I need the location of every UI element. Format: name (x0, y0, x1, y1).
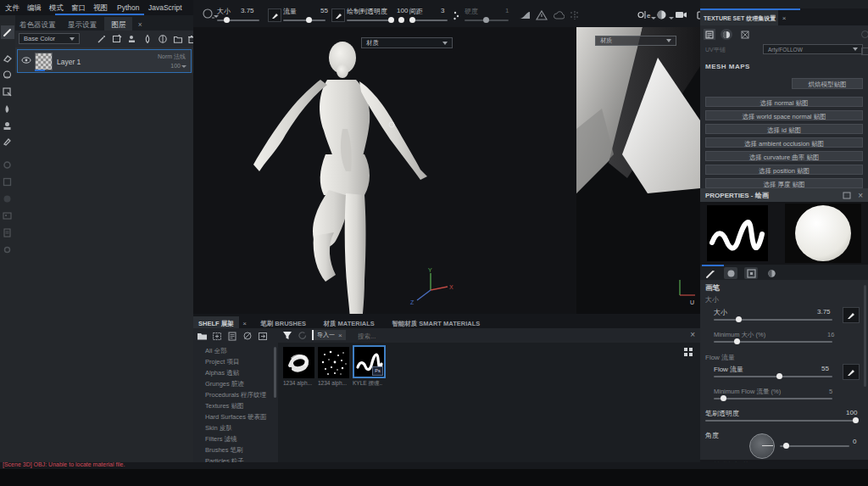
menu-python[interactable]: Python (117, 3, 139, 12)
select-curvature-map-button[interactable]: 选择 curvature 曲率 贴图 (705, 151, 863, 161)
polygon-fill-tool-button[interactable] (2, 87, 13, 98)
angle-value[interactable]: 0 (853, 438, 856, 445)
hide-icon[interactable] (242, 331, 253, 341)
prop-size-pressure-button[interactable] (843, 307, 860, 323)
menu-edit[interactable]: 编辑 (27, 3, 42, 14)
viewport-3d[interactable]: 材质 Y X Z (193, 27, 576, 314)
dock-edge-button-1[interactable] (861, 31, 868, 38)
min-flow-slider[interactable] (714, 398, 832, 399)
wand-icon[interactable] (97, 34, 107, 44)
spacing-value[interactable]: 3 (441, 7, 444, 14)
layer-thumbnail[interactable] (35, 53, 53, 70)
smart-material-icon[interactable] (127, 34, 137, 44)
spacing-slider-handle[interactable] (409, 17, 415, 23)
size-value[interactable]: 3.75 (241, 7, 254, 14)
flow-slider[interactable] (283, 20, 326, 21)
select-ws-normal-map-button[interactable]: 选择 world space normal 贴图 (705, 110, 863, 120)
ts-row-dropdown[interactable]: Arty/FOLLOW (763, 44, 863, 54)
clone-tool-button[interactable] (2, 120, 13, 131)
prop-opacity-value[interactable]: 100 (846, 409, 857, 416)
prop-opacity-slider-handle[interactable] (853, 417, 859, 423)
shelf-category-skin[interactable]: Skin 皮肤 (193, 422, 273, 433)
list-icon[interactable] (227, 331, 238, 341)
flow-slider-handle[interactable] (306, 17, 312, 23)
stroke-opacity-extra-handle[interactable] (398, 17, 404, 23)
eye-icon[interactable] (21, 56, 31, 64)
add-folder-icon[interactable] (212, 331, 223, 341)
ts-icon-doc-button[interactable] (704, 29, 715, 40)
bake-mesh-maps-button[interactable]: 烘焙模型贴图 (792, 78, 863, 89)
subtab-stencil[interactable] (744, 267, 758, 279)
angle-slider[interactable] (780, 445, 849, 447)
stroke-opacity-value[interactable]: 100 (397, 7, 408, 14)
shelf-category-project[interactable]: Project 项目 (193, 356, 273, 367)
properties-close-icon[interactable]: × (858, 191, 863, 200)
angle-dial[interactable] (749, 433, 775, 459)
texture-set-tab-close-icon[interactable]: × (782, 9, 788, 25)
properties-scrollbar[interactable] (864, 285, 866, 387)
eraser-tool-button[interactable] (2, 53, 13, 64)
export-icon[interactable] (258, 331, 269, 341)
size-slider[interactable] (217, 20, 259, 21)
shelf-category-grunges[interactable]: Grunges 脏迹 (193, 378, 273, 389)
grid-view-icon[interactable] (683, 347, 693, 357)
prop-size-slider-handle[interactable] (736, 316, 742, 322)
layer-blend-mode[interactable]: Norm 法线 (158, 53, 186, 61)
tab-texture-set-settings[interactable]: TEXTURE SET 纹理集设置 (700, 9, 778, 26)
shelf-category-textures[interactable]: Textures 贴图 (193, 400, 273, 411)
min-flow-value[interactable]: 5 (829, 388, 832, 395)
min-size-slider-handle[interactable] (734, 338, 740, 344)
min-size-value[interactable]: 16 (827, 331, 834, 338)
shelf-thumb-2[interactable] (318, 347, 349, 378)
filter-bar-close-icon[interactable]: × (690, 330, 695, 339)
select-id-map-button[interactable]: 选择 id 贴图 (705, 124, 863, 134)
select-position-map-button[interactable]: 选择 position 贴图 (705, 165, 863, 175)
size-pressure-button[interactable] (268, 8, 281, 22)
shelf-search-input[interactable] (356, 330, 673, 342)
prop-size-value[interactable]: 3.75 (817, 308, 831, 316)
falloff-curve-icon[interactable] (519, 10, 531, 20)
viewport-material-dropdown[interactable]: 材质 (361, 37, 453, 48)
camera-video-icon[interactable] (675, 10, 688, 20)
shelf-category-all[interactable]: All 全部 (193, 345, 273, 356)
filter-funnel-icon[interactable] (282, 331, 292, 340)
shelf-category-filters[interactable]: Filters 滤镜 (193, 433, 273, 444)
stroke-opacity-slider-handle[interactable] (388, 17, 394, 23)
brush-preview-icon[interactable] (202, 8, 215, 20)
subtab-alpha[interactable] (724, 267, 737, 279)
stroke-preview[interactable] (707, 205, 768, 261)
dock-edge-button-2[interactable] (861, 47, 868, 55)
select-ao-map-button[interactable]: 选择 ambient occlusion 贴图 (705, 137, 863, 148)
min-flow-slider-handle[interactable] (721, 395, 726, 401)
size-slider-handle[interactable] (224, 17, 230, 23)
prop-size-slider[interactable] (714, 319, 832, 321)
subtab-material[interactable] (765, 267, 778, 279)
display-mode-icon[interactable] (656, 9, 668, 20)
picker-tool-button[interactable] (2, 136, 13, 147)
stroke-opacity-slider[interactable] (347, 20, 393, 21)
chip-close-icon[interactable]: × (338, 332, 342, 339)
prop-flow-value[interactable]: 55 (821, 365, 829, 372)
float-window-icon[interactable] (843, 192, 851, 199)
projection-tool-button[interactable] (2, 70, 13, 81)
prop-flow-pressure-button[interactable] (843, 364, 860, 380)
channel-dropdown[interactable]: Base Color (19, 33, 80, 44)
add-content-icon[interactable] (112, 34, 122, 44)
shelf-category-procedurals[interactable]: Procedurals 程序纹理 (193, 389, 273, 400)
layer-opacity-chevron-icon[interactable] (181, 65, 186, 68)
menu-mode[interactable]: 模式 (49, 3, 64, 14)
prop-flow-slider[interactable] (714, 376, 832, 377)
jitter-dots-icon[interactable] (453, 10, 461, 20)
layer-opacity[interactable]: 100 (170, 63, 181, 69)
shelf-thumb-3-selected[interactable]: Ps (353, 345, 386, 378)
ts-icon-sphere-button[interactable] (721, 29, 732, 40)
viewport-2d[interactable]: 材质 U (576, 27, 700, 314)
ts-icon-checker-button[interactable] (739, 29, 751, 40)
folder-icon[interactable] (173, 34, 183, 44)
folder-icon[interactable] (197, 331, 208, 341)
angle-slider-handle[interactable] (783, 443, 789, 449)
display-mode-chevron-icon[interactable] (669, 17, 674, 20)
menu-javascript[interactable]: JavaScript (148, 3, 182, 12)
shelf-category-brushes[interactable]: Brushes 笔刷 (193, 444, 273, 455)
select-normal-map-button[interactable]: 选择 normal 贴图 (705, 97, 863, 107)
